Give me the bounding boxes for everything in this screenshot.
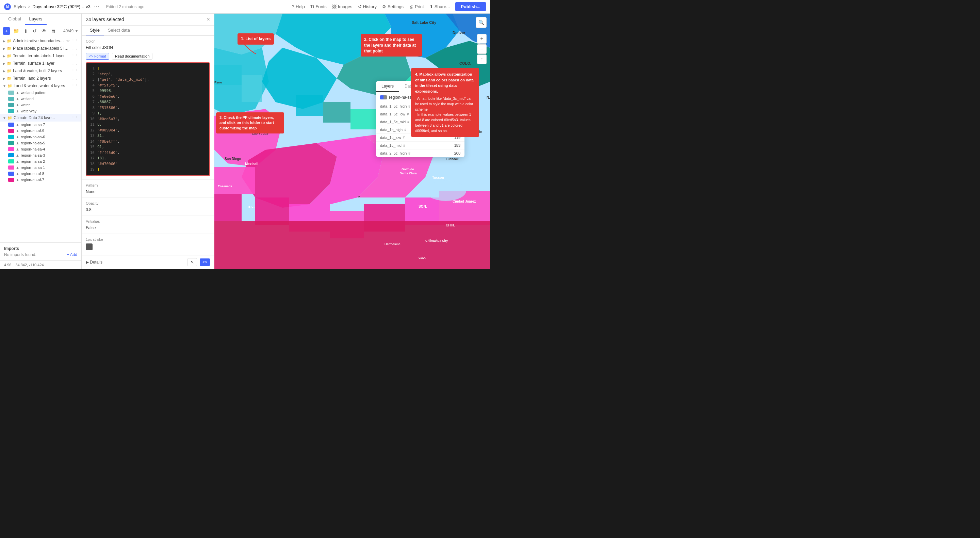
opacity-value: 0.8 — [86, 208, 210, 212]
middle-panel: 24 layers selected × Style Select data C… — [82, 14, 215, 269]
new-folder-button[interactable]: 📁 — [11, 27, 21, 35]
undo-button[interactable]: ↺ — [31, 27, 38, 35]
map-search-button[interactable]: 🔍 — [476, 17, 487, 28]
left-sidebar: Global Layers + 📁 ⬆ ↺ 👁 🗑 49/49 ▼ ▶ 📁 Ad… — [0, 14, 82, 269]
arrow-icon: ▶ — [3, 77, 5, 80]
more-options-button[interactable]: ⋯ — [92, 3, 101, 11]
add-layer-button[interactable]: + — [3, 27, 10, 35]
details-button[interactable]: ▶ Details — [86, 260, 102, 265]
group-header-admin[interactable]: ▶ 📁 Administrative boundaries,... 👁 ⋮⋮ — [0, 37, 81, 45]
svg-text:⌄: ⌄ — [356, 193, 361, 198]
table-row: data_2_5c_high # 208 — [376, 150, 465, 157]
styles-link[interactable]: Styles — [14, 4, 25, 9]
line-number: 9 — [89, 111, 95, 117]
popup-tab-layers[interactable]: Layers — [376, 81, 399, 92]
stroke-label: 1px stroke — [86, 237, 210, 241]
svg-text:COLO.: COLO. — [460, 61, 471, 65]
close-panel-button[interactable]: × — [207, 16, 210, 22]
add-import-button[interactable]: + Add — [67, 252, 77, 257]
list-item[interactable]: ▲ region-eu-af-7 ⋮⋮ — [0, 177, 81, 183]
list-item[interactable]: ▲ water ⋮⋮ — [0, 102, 81, 108]
line-number: 19 — [89, 167, 95, 172]
line-number: 18 — [89, 161, 95, 167]
filter-icon[interactable]: ▼ — [75, 29, 79, 34]
share-link[interactable]: ⬆ Share... — [430, 4, 450, 9]
svg-text:Santa Clara: Santa Clara — [400, 172, 417, 175]
line-content: "step", — [97, 72, 113, 77]
data-key: data_1_5c_mid # — [380, 120, 409, 124]
list-item[interactable]: ▲ region-na-sa-7 ⋮⋮ — [0, 121, 81, 128]
tab-style[interactable]: Style — [86, 26, 104, 35]
data-key: data_2_5c_high # — [380, 151, 410, 155]
layer-name: region-eu-af-8 — [21, 172, 70, 176]
list-item[interactable]: ▲ region-eu-af-8 ⋮⋮ — [0, 171, 81, 177]
group-header-climate[interactable]: ▼ 📁 Climate Data 24 laye... ⋮⋮ — [0, 114, 81, 121]
north-button[interactable]: ↑ — [477, 54, 487, 64]
json-line: 17 181, — [89, 156, 207, 161]
hash-icon: # — [403, 136, 405, 140]
format-button[interactable]: <> Format — [86, 53, 109, 60]
list-item[interactable]: ▲ region-na-sa-2 ⋮⋮ — [0, 158, 81, 164]
layer-type-icon: ▲ — [16, 147, 19, 151]
group-header-terrain-surface[interactable]: ▶ 📁 Terrain, surface 1 layer ⋮⋮ — [0, 60, 81, 67]
fonts-link[interactable]: Tt Fonts — [310, 4, 327, 9]
json-editor[interactable]: 1[2 "step",3 ["get", "data_3c_mid"],4 "#… — [86, 62, 210, 176]
list-item[interactable]: ▲ wetland-pattern ⋮⋮ — [0, 89, 81, 96]
list-item[interactable]: ▲ region-na-sa-5 ⋮⋮ — [0, 140, 81, 146]
stroke-color-swatch[interactable] — [86, 243, 92, 250]
layer-name: region-eu-af-7 — [21, 178, 70, 182]
arrow-icon: ▶ — [3, 54, 5, 58]
history-link[interactable]: ↺ History — [358, 4, 377, 9]
group-name-admin: Administrative boundaries,... — [13, 38, 64, 43]
eye-slash-button[interactable]: 👁 — [40, 27, 48, 35]
svg-text:B.C.: B.C. — [248, 205, 255, 208]
list-item[interactable]: ▲ region-na-sa-3 ⋮⋮ — [0, 152, 81, 158]
group-header-terrain-land[interactable]: ▶ 📁 Terrain, land 2 layers ⋮⋮ — [0, 75, 81, 82]
tab-layers[interactable]: Layers — [25, 14, 47, 25]
images-link[interactable]: 🖼 Images — [332, 4, 353, 9]
map-area[interactable]: NEV. UTAH Denver COLO. N.M. Las Vegas Re… — [215, 14, 490, 269]
layer-group-land-built: ▶ 📁 Land & water, built 2 layers ⋮⋮ — [0, 67, 81, 75]
tab-select-data[interactable]: Select data — [104, 26, 134, 35]
opacity-label: Opacity — [86, 201, 210, 205]
drag-handle: ⋮⋮ — [71, 76, 79, 81]
data-key: data_1_5c_low # — [380, 112, 409, 116]
code-mode-button[interactable]: <> — [200, 259, 210, 266]
data-key: data_1_5c_high # — [380, 104, 410, 108]
select-mode-button[interactable]: ↖ — [188, 258, 197, 266]
list-item[interactable]: ▲ region-na-sa-4 ⋮⋮ — [0, 146, 81, 152]
group-header-land-built[interactable]: ▶ 📁 Land & water, built 2 layers ⋮⋮ — [0, 67, 81, 75]
list-item[interactable]: ▲ waterway ⋮⋮ — [0, 108, 81, 114]
tab-global[interactable]: Global — [4, 14, 25, 25]
json-line: 15 91, — [89, 144, 207, 150]
settings-link[interactable]: ⚙ Settings — [382, 4, 404, 9]
layer-name: region-na-sa-4 — [21, 147, 70, 151]
publish-button[interactable]: Publish... — [455, 2, 486, 11]
read-docs-button[interactable]: Read documentation — [112, 53, 153, 60]
line-number: 14 — [89, 139, 95, 145]
layers-list: ▶ 📁 Administrative boundaries,... 👁 ⋮⋮ ▶… — [0, 37, 81, 243]
svg-text:Hermosillo: Hermosillo — [385, 243, 401, 246]
import-button[interactable]: ⬆ — [22, 27, 30, 35]
delete-button[interactable]: 🗑 — [49, 27, 57, 35]
antialias-label: Antialias — [86, 219, 210, 224]
layer-thumb — [8, 129, 14, 133]
table-row: data_1c_mid # 153 — [376, 142, 465, 150]
help-link[interactable]: ? Help — [292, 4, 305, 9]
list-item[interactable]: ▲ region-na-sa-1 ⋮⋮ — [0, 164, 81, 171]
print-link[interactable]: 🖨 Print — [409, 4, 424, 9]
group-header-place[interactable]: ▶ 📁 Place labels, place-labels 5 laye...… — [0, 45, 81, 52]
list-item[interactable]: ▲ region-na-sa-6 ⋮⋮ — [0, 134, 81, 140]
svg-text:N.M.: N.M. — [487, 96, 490, 99]
layer-type-icon: ▲ — [16, 91, 19, 95]
visibility-icon: 👁 — [66, 39, 70, 43]
svg-rect-29 — [215, 221, 490, 269]
zoom-out-button[interactable]: − — [477, 44, 487, 54]
group-header-water[interactable]: ▼ 📁 Land & water, water 4 layers ⋮⋮ — [0, 82, 81, 89]
svg-text:CHIH.: CHIH. — [446, 224, 455, 227]
folder-icon: 📁 — [8, 116, 12, 120]
list-item[interactable]: ▲ region-eu-af-9 ⋮⋮ — [0, 128, 81, 134]
group-header-terrain-labels[interactable]: ▶ 📁 Terrain, terrain-labels 1 layer ⋮⋮ — [0, 52, 81, 60]
list-item[interactable]: ▲ wetland ⋮⋮ — [0, 96, 81, 102]
zoom-in-button[interactable]: + — [477, 34, 487, 43]
